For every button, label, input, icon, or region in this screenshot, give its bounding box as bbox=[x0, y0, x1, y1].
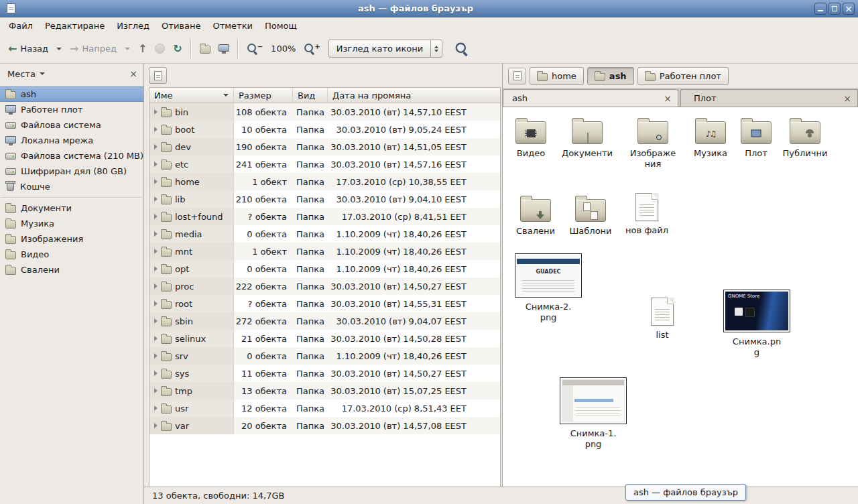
icon-item-desktop[interactable]: Плот bbox=[729, 117, 783, 159]
column-header-date[interactable]: Дата на промяна bbox=[328, 88, 500, 103]
table-row[interactable]: opt 0 обекта Папка 1.10.2009 (чт) 18,40,… bbox=[149, 260, 500, 277]
expander-icon[interactable] bbox=[154, 371, 158, 376]
sidebar-item-music[interactable]: Музика bbox=[0, 216, 143, 231]
sidebar-item-encrypted-volume[interactable]: Шифриран дял (80 GB) bbox=[0, 164, 143, 179]
tab-ash[interactable]: ash × bbox=[503, 89, 678, 107]
stop-button[interactable] bbox=[151, 40, 169, 57]
icon-item-snimka2[interactable]: GUADEC Снимка-2.png bbox=[513, 253, 583, 323]
icon-view[interactable]: Видео Документи Изображения Музика bbox=[503, 107, 858, 487]
sidebar-item-ash[interactable]: ash bbox=[0, 86, 143, 102]
chevron-down-icon[interactable] bbox=[40, 72, 45, 75]
sidebar-item-filesystem-210mb[interactable]: Файлова система (210 MB) bbox=[0, 148, 143, 164]
table-row[interactable]: srv 0 обекта Папка 1.10.2009 (чт) 18,40,… bbox=[149, 347, 500, 365]
maximize-button[interactable] bbox=[829, 3, 841, 15]
sidebar-item-documents[interactable]: Документи bbox=[0, 200, 143, 216]
table-row[interactable]: usr 12 обекта Папка 17.03.2010 (ср) 8,51… bbox=[149, 399, 500, 417]
path-button-home[interactable]: home bbox=[530, 67, 584, 85]
table-row[interactable]: mnt 1 обект Папка 1.10.2009 (чт) 18,40,2… bbox=[149, 243, 500, 260]
expander-icon[interactable] bbox=[154, 318, 158, 324]
close-button[interactable] bbox=[843, 3, 855, 15]
table-row[interactable]: selinux 21 обекта Папка 30.03.2010 (вт) … bbox=[149, 330, 500, 347]
table-row[interactable]: media 0 обекта Папка 1.10.2009 (чт) 18,4… bbox=[149, 225, 500, 243]
icon-item-downloads[interactable]: Свалени bbox=[509, 194, 562, 237]
expander-icon[interactable] bbox=[154, 231, 158, 237]
path-button-ash[interactable]: ash bbox=[587, 67, 634, 85]
expander-icon[interactable] bbox=[154, 405, 158, 411]
zoom-in-button[interactable] bbox=[300, 40, 324, 58]
expander-icon[interactable] bbox=[154, 423, 158, 428]
expander-icon[interactable] bbox=[154, 336, 158, 341]
table-row[interactable]: boot 10 обекта Папка 30.03.2010 (вт) 9,0… bbox=[149, 121, 500, 138]
pane-toggle-button[interactable] bbox=[149, 67, 167, 84]
forward-button[interactable]: → Напред bbox=[66, 40, 121, 58]
tab-close-icon[interactable]: × bbox=[664, 94, 672, 103]
table-row[interactable]: sbin 272 обекта Папка 30.03.2010 (вт) 9,… bbox=[149, 312, 500, 330]
column-header-size[interactable]: Размер bbox=[234, 88, 293, 103]
home-button[interactable] bbox=[196, 40, 214, 57]
column-header-name[interactable]: Име bbox=[149, 88, 234, 103]
path-button-desktop[interactable]: Работен плот bbox=[637, 67, 729, 85]
table-row[interactable]: bin 108 обекта Папка 30.03.2010 (вт) 14,… bbox=[149, 103, 500, 121]
sidebar-item-pictures[interactable]: Изображения bbox=[0, 231, 143, 247]
expander-icon[interactable] bbox=[154, 144, 158, 149]
expander-icon[interactable] bbox=[154, 266, 158, 271]
expander-icon[interactable] bbox=[154, 249, 158, 254]
menu-item[interactable]: Редактиране bbox=[39, 19, 111, 33]
spinner-icon[interactable] bbox=[430, 40, 442, 57]
table-row[interactable]: home 1 обект Папка 17.03.2010 (ср) 10,38… bbox=[149, 173, 500, 190]
sidebar-item-network[interactable]: Локална мрежа bbox=[0, 133, 143, 148]
back-dropdown-button[interactable] bbox=[52, 44, 66, 54]
expander-icon[interactable] bbox=[154, 388, 158, 393]
back-button[interactable]: ← Назад bbox=[4, 40, 52, 58]
expander-icon[interactable] bbox=[154, 301, 158, 306]
sidebar-item-filesystem[interactable]: Файлова система bbox=[0, 117, 143, 133]
zoom-out-button[interactable] bbox=[243, 40, 267, 58]
search-button[interactable] bbox=[452, 40, 471, 58]
table-row[interactable]: root ? обекта Папка 30.03.2010 (вт) 14,5… bbox=[149, 295, 500, 312]
column-header-type[interactable]: Вид bbox=[293, 88, 328, 103]
reload-button[interactable]: ↻ bbox=[169, 40, 186, 58]
expander-icon[interactable] bbox=[154, 162, 158, 167]
icon-item-snimka1[interactable]: Снимка-1.png bbox=[558, 377, 628, 450]
expander-icon[interactable] bbox=[154, 127, 158, 132]
table-row[interactable]: tmp 13 обекта Папка 30.03.2010 (вт) 15,0… bbox=[149, 382, 500, 399]
icon-item-videos[interactable]: Видео bbox=[504, 117, 558, 159]
tab-close-icon[interactable]: × bbox=[843, 94, 851, 103]
sidebar-item-desktop[interactable]: Работен плот bbox=[0, 102, 143, 117]
table-row[interactable]: dev 190 обекта Папка 30.03.2010 (вт) 14,… bbox=[149, 138, 500, 155]
table-row[interactable]: lost+found ? обекта Папка 17.03.2010 (ср… bbox=[149, 208, 500, 225]
table-row[interactable]: var 20 обекта Папка 30.03.2010 (вт) 14,5… bbox=[149, 417, 500, 434]
icon-item-list[interactable]: list bbox=[635, 298, 689, 340]
forward-dropdown-button[interactable] bbox=[121, 44, 134, 54]
icon-item-public[interactable]: Публични bbox=[778, 117, 832, 159]
tab-desktop[interactable]: Плот × bbox=[680, 89, 858, 107]
expander-icon[interactable] bbox=[154, 179, 158, 184]
icon-item-templates[interactable]: Шаблони bbox=[564, 194, 617, 237]
view-mode-select[interactable]: Изглед като икони bbox=[328, 40, 443, 58]
expander-icon[interactable] bbox=[154, 353, 158, 359]
expander-icon[interactable] bbox=[154, 109, 158, 115]
expander-icon[interactable] bbox=[154, 214, 158, 219]
sidebar-item-downloads[interactable]: Свалени bbox=[0, 262, 143, 277]
sidebar-item-trash[interactable]: Кошче bbox=[0, 179, 143, 194]
table-row[interactable]: sys 11 обекта Папка 30.03.2010 (вт) 14,5… bbox=[149, 365, 500, 382]
expander-icon[interactable] bbox=[154, 196, 158, 202]
expander-icon[interactable] bbox=[154, 284, 158, 289]
menu-item[interactable]: Изглед bbox=[111, 19, 156, 33]
icon-item-pictures[interactable]: Изображения bbox=[626, 117, 680, 170]
sidebar-close-icon[interactable]: × bbox=[129, 69, 137, 78]
up-button[interactable]: ↑ bbox=[134, 40, 151, 58]
computer-button[interactable] bbox=[214, 41, 233, 57]
table-row[interactable]: lib 210 обекта Папка 30.03.2010 (вт) 9,0… bbox=[149, 190, 500, 208]
sidebar-item-videos[interactable]: Видео bbox=[0, 247, 143, 262]
menu-item[interactable]: Файл bbox=[3, 19, 39, 33]
menu-item[interactable]: Помощ bbox=[259, 19, 303, 33]
minimize-button[interactable] bbox=[814, 3, 826, 15]
icon-item-snimka[interactable]: GNOME Store Снимка.png bbox=[722, 290, 792, 358]
table-row[interactable]: etc 241 обекта Папка 30.03.2010 (вт) 14,… bbox=[149, 155, 500, 173]
menu-item[interactable]: Отиване bbox=[156, 19, 206, 33]
path-scroll-button[interactable] bbox=[508, 68, 526, 84]
icon-item-new-file[interactable]: нов файл bbox=[620, 193, 674, 236]
icon-item-documents[interactable]: Документи bbox=[560, 117, 614, 159]
table-row[interactable]: proc 222 обекта Папка 30.03.2010 (вт) 14… bbox=[149, 277, 500, 295]
